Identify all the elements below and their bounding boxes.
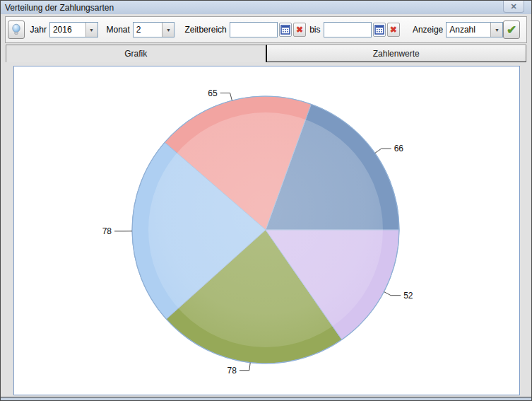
pie-chart: 6665787852 <box>14 66 519 395</box>
tab-label: Zahlenwerte <box>373 49 420 59</box>
lightbulb-icon <box>10 23 23 36</box>
clear-von-button[interactable]: ✖ <box>293 23 306 37</box>
pie-slice-value-label: 78 <box>102 226 112 236</box>
zeitbereich-von-input[interactable] <box>230 22 278 37</box>
zeitbereich-bis-input[interactable] <box>324 22 372 37</box>
calendar-von-button[interactable] <box>279 23 292 37</box>
pie-slice-value-label: 66 <box>394 144 404 153</box>
chevron-down-icon[interactable]: ▼ <box>490 23 502 37</box>
pie-label-connector <box>384 292 401 296</box>
hint-button[interactable] <box>8 21 25 39</box>
monat-value: 2 <box>134 23 162 37</box>
clear-x-icon: ✖ <box>296 25 303 34</box>
clear-bis-button[interactable]: ✖ <box>387 23 400 37</box>
pie-label-connector <box>220 93 232 101</box>
chevron-down-icon[interactable]: ▼ <box>162 23 174 37</box>
close-button[interactable]: ✕ <box>503 1 524 13</box>
chevron-down-icon[interactable]: ▼ <box>85 23 97 37</box>
tab-zahlenwerte[interactable]: Zahlenwerte <box>267 45 527 62</box>
monat-combobox[interactable]: 2 ▼ <box>133 22 175 37</box>
clear-x-icon: ✖ <box>390 25 397 34</box>
pie-slice-value-label: 52 <box>403 291 413 301</box>
tab-label: Grafik <box>124 49 147 59</box>
dialog-window: Verteilung der Zahlungsarten ✕ Jahr 2016 <box>0 0 532 401</box>
calendar-icon <box>280 25 290 35</box>
checkmark-icon: ✔ <box>507 24 516 36</box>
tabstrip: Grafik Zahlenwerte <box>6 45 526 62</box>
zeitbereich-label: Zeitbereich <box>184 25 226 35</box>
anzeige-label: Anzeige <box>413 25 443 35</box>
jahr-label: Jahr <box>30 25 47 35</box>
pie-label-connector <box>240 363 250 371</box>
pie-label-connector <box>375 149 391 153</box>
monat-label: Monat <box>107 25 130 35</box>
tab-grafik[interactable]: Grafik <box>6 45 267 62</box>
calendar-icon <box>374 25 384 35</box>
close-icon: ✕ <box>510 2 516 11</box>
dialog-bottom-edge[interactable] <box>1 397 531 400</box>
window-title: Verteilung der Zahlungsarten <box>5 3 114 13</box>
jahr-combobox[interactable]: 2016 ▼ <box>49 22 98 37</box>
anzeige-combobox[interactable]: Anzahl ▼ <box>446 22 503 37</box>
titlebar[interactable]: Verteilung der Zahlungsarten <box>1 1 531 14</box>
pie-chart-panel: 6665787852 <box>13 66 520 395</box>
jahr-value: 2016 <box>50 23 85 37</box>
pie-slice-value-label: 78 <box>227 366 237 376</box>
bis-label: bis <box>309 25 320 35</box>
anzeige-value: Anzahl <box>447 23 490 37</box>
apply-button[interactable]: ✔ <box>503 21 520 39</box>
toolbar: Jahr 2016 ▼ Monat 2 ▼ Zeitbereich ✖ bi <box>5 16 527 43</box>
calendar-bis-button[interactable] <box>373 23 386 37</box>
pie-slice-value-label: 65 <box>208 88 218 98</box>
